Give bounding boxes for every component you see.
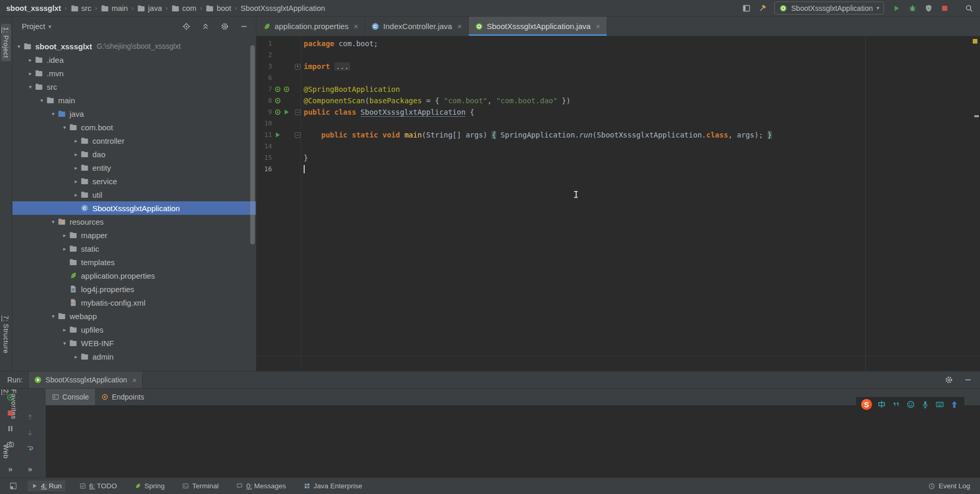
- tree-expanded-arrow[interactable]: ▾: [60, 124, 69, 130]
- console-output[interactable]: [46, 405, 980, 477]
- run-configuration-select[interactable]: SbootXsssglxtApplication ▾: [774, 2, 884, 15]
- debug-icon[interactable]: [905, 2, 919, 15]
- tree-expanded-arrow[interactable]: ▾: [37, 97, 46, 103]
- stop-icon[interactable]: [937, 2, 951, 15]
- status-event-log[interactable]: Event Log: [924, 481, 974, 491]
- hide-icon[interactable]: [237, 20, 251, 33]
- tree-collapsed-arrow[interactable]: ▸: [26, 57, 35, 63]
- arrow-up-blue-icon[interactable]: [949, 400, 959, 409]
- tree-item-util[interactable]: ▸util: [12, 188, 256, 201]
- close-tab-icon[interactable]: ×: [354, 22, 359, 31]
- editor-tab-indexcontroller-java[interactable]: CIndexController.java×: [365, 17, 468, 36]
- spring-bean-icon[interactable]: [275, 86, 281, 93]
- settings-gear-icon[interactable]: [217, 20, 232, 33]
- tool-button-1-project[interactable]: 1: Project: [1, 24, 11, 61]
- breadcrumb-java[interactable]: java: [137, 4, 162, 12]
- status-6-todo[interactable]: 6: TODO: [76, 481, 121, 491]
- tree-item-resources[interactable]: ▾resources: [12, 215, 256, 228]
- breadcrumb-main[interactable]: main: [101, 4, 128, 12]
- tree-item-idea[interactable]: ▸.idea: [12, 53, 256, 66]
- tree-collapsed-arrow[interactable]: ▸: [72, 151, 80, 157]
- pause-icon[interactable]: [4, 422, 17, 435]
- status-0-messages[interactable]: 0: Messages: [233, 481, 290, 491]
- run-line-icon[interactable]: [283, 109, 290, 116]
- tree-item-admin[interactable]: ▸admin: [12, 350, 256, 363]
- tree-item-webapp[interactable]: ▾webapp: [12, 309, 256, 323]
- tree-item-entity[interactable]: ▸entity: [12, 161, 256, 174]
- rerun-icon[interactable]: [4, 391, 17, 404]
- camera-icon[interactable]: [4, 437, 17, 450]
- tree-item-static[interactable]: ▸static: [12, 242, 256, 255]
- fold-toggle-icon[interactable]: −: [295, 132, 301, 138]
- close-tab-icon[interactable]: ×: [457, 22, 462, 31]
- hide-icon[interactable]: [961, 373, 975, 387]
- tool-windows-icon[interactable]: [6, 479, 20, 493]
- tree-item-com-boot[interactable]: ▾com.boot: [12, 120, 256, 134]
- tree-collapsed-arrow[interactable]: ▸: [60, 232, 69, 238]
- tree-item-sboot-xsssglxt[interactable]: ▾sboot_xsssglxtG:\shejiing\sboot_xsssglx…: [12, 39, 256, 53]
- tree-collapsed-arrow[interactable]: ▸: [72, 353, 80, 360]
- tree-collapsed-arrow[interactable]: ▸: [60, 326, 69, 333]
- inspection-indicator[interactable]: [973, 39, 977, 44]
- status-terminal[interactable]: Terminal: [179, 481, 222, 491]
- tree-expanded-arrow[interactable]: ▾: [49, 218, 58, 225]
- tree-item-mvn[interactable]: ▸.mvn: [12, 66, 256, 80]
- arrow-up-icon[interactable]: [24, 410, 36, 423]
- tree-item-java[interactable]: ▾java: [12, 107, 256, 120]
- fold-toggle-icon[interactable]: −: [295, 109, 301, 115]
- status-4-run[interactable]: 4: Run: [28, 481, 65, 491]
- editor-tab-sbootxsssglxtapplication-java[interactable]: SbootXsssglxtApplication.java×: [469, 17, 607, 36]
- tree-item-dao[interactable]: ▸dao: [12, 147, 256, 161]
- run-line-icon[interactable]: [275, 132, 281, 139]
- tree-item-src[interactable]: ▾src: [12, 80, 256, 93]
- status-spring[interactable]: Spring: [131, 481, 168, 491]
- zhong-icon[interactable]: [877, 400, 887, 409]
- tree-item-upfiles[interactable]: ▸upfiles: [12, 323, 256, 336]
- tree-item-templates[interactable]: templates: [12, 255, 256, 269]
- mic-icon[interactable]: [920, 400, 930, 409]
- tool-window-layout-icon[interactable]: [739, 2, 753, 15]
- tree-item-web-inf[interactable]: ▾WEB-INF: [12, 336, 256, 350]
- sogou-logo[interactable]: S: [861, 399, 872, 410]
- tree-item-mapper[interactable]: ▸mapper: [12, 228, 256, 242]
- arrow-down-icon[interactable]: [24, 426, 36, 439]
- tree-expanded-arrow[interactable]: ▾: [15, 43, 23, 49]
- code-editor[interactable]: 1package com.boot;23+import ...67@Spring…: [256, 36, 980, 371]
- tree-item-service[interactable]: ▸service: [12, 174, 256, 188]
- softwrap-icon[interactable]: [24, 442, 36, 455]
- spring-bean-icon[interactable]: [275, 98, 281, 104]
- tree-collapsed-arrow[interactable]: ▸: [60, 245, 69, 252]
- run-icon[interactable]: [889, 2, 903, 15]
- locate-icon[interactable]: [179, 20, 193, 33]
- spring-bean-icon[interactable]: [275, 109, 281, 116]
- coverage-icon[interactable]: [921, 2, 935, 15]
- run-configuration-tab[interactable]: SbootXsssglxtApplication ×: [28, 372, 143, 388]
- tree-item-mybatis-config-xml[interactable]: mybatis-config.xml: [12, 296, 256, 309]
- tree-item-controller[interactable]: ▸controller: [12, 134, 256, 147]
- tree-expanded-arrow[interactable]: ▾: [60, 340, 69, 346]
- tree-collapsed-arrow[interactable]: ▸: [72, 164, 80, 171]
- tree-expanded-arrow[interactable]: ▾: [49, 313, 58, 319]
- breadcrumb-com[interactable]: com: [171, 4, 196, 12]
- tree-item-log4j-properties[interactable]: log4j.properties: [12, 282, 256, 296]
- project-tree-scrollbar[interactable]: [250, 45, 255, 244]
- tree-collapsed-arrow[interactable]: ▸: [72, 138, 80, 144]
- tree-expanded-arrow[interactable]: ▾: [49, 111, 58, 117]
- search-icon[interactable]: [962, 2, 976, 15]
- tool-button-7-structure[interactable]: 7: Structure: [1, 312, 11, 356]
- stop-icon[interactable]: [4, 406, 17, 419]
- more-actions-icon[interactable]: »: [4, 462, 17, 475]
- build-hammer-icon[interactable]: [755, 2, 769, 15]
- breadcrumb-sbootxsssglxtapplication[interactable]: SbootXsssglxtApplication: [241, 4, 325, 12]
- tree-collapsed-arrow[interactable]: ▸: [72, 178, 80, 184]
- close-run-tab-icon[interactable]: ×: [132, 376, 137, 385]
- editor-tab-application-properties[interactable]: application.properties×: [256, 17, 365, 36]
- tree-item-application-properties[interactable]: application.properties: [12, 269, 256, 282]
- punct-icon[interactable]: [891, 400, 901, 409]
- settings-gear-icon[interactable]: [942, 373, 956, 387]
- spring-bean-icon[interactable]: [283, 86, 290, 93]
- project-view-selector[interactable]: Project ▾: [22, 22, 51, 31]
- breadcrumb-boot[interactable]: boot: [206, 4, 231, 12]
- breadcrumb-src[interactable]: src: [71, 4, 91, 12]
- collapse-all-icon[interactable]: [198, 20, 212, 33]
